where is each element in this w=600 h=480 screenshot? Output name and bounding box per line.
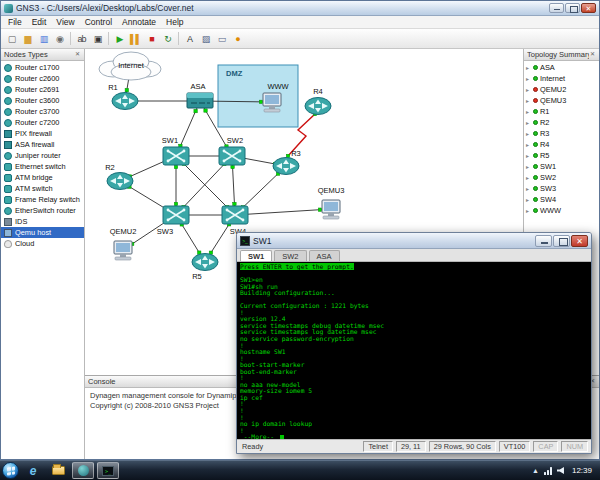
close-button[interactable]	[581, 3, 596, 13]
topology-item-www[interactable]: ▸WWW	[524, 205, 599, 216]
canvas-label-sw1[interactable]: SW1	[162, 136, 178, 145]
expander-icon[interactable]: ▸	[526, 196, 531, 203]
node-type-etherswitch-router[interactable]: EtherSwitch router	[1, 205, 84, 216]
node-type-qemu-host[interactable]: Qemu host	[1, 227, 84, 238]
canvas-label-r1[interactable]: R1	[108, 83, 118, 92]
expander-icon[interactable]: ▸	[526, 64, 531, 71]
network-icon[interactable]	[544, 467, 552, 475]
add-note-icon[interactable]: A	[182, 31, 197, 47]
terminal-titlebar[interactable]: >_ SW1	[237, 233, 591, 249]
taskbar-icon-explorer[interactable]	[47, 462, 69, 479]
node-type-atm-bridge[interactable]: ATM bridge	[1, 172, 84, 183]
terminal-tab-asa[interactable]: ASA	[309, 250, 340, 261]
maximize-button[interactable]	[565, 3, 580, 13]
panel-close-icon[interactable]	[589, 51, 596, 58]
menu-edit[interactable]: Edit	[27, 17, 52, 27]
topology-item-r2[interactable]: ▸R2	[524, 117, 599, 128]
node-type-atm-switch[interactable]: ATM switch	[1, 183, 84, 194]
expander-icon[interactable]: ▸	[526, 185, 531, 192]
expander-icon[interactable]: ▸	[526, 163, 531, 170]
canvas-node-qemu3[interactable]	[322, 200, 340, 219]
canvas-label-sw3[interactable]: SW3	[157, 227, 173, 236]
expander-icon[interactable]: ▸	[526, 119, 531, 126]
minimize-button[interactable]	[549, 3, 564, 13]
expander-icon[interactable]: ▸	[526, 75, 531, 82]
node-type-router-c2600[interactable]: Router c2600	[1, 73, 84, 84]
taskbar-icon-gns3[interactable]	[72, 462, 94, 479]
expander-icon[interactable]: ▸	[526, 130, 531, 137]
topology-item-sw1[interactable]: ▸SW1	[524, 161, 599, 172]
canvas-node-r1[interactable]	[112, 93, 138, 110]
save-project-icon[interactable]: ▥	[36, 31, 51, 47]
taskbar-icon-terminal[interactable]: >_	[97, 462, 119, 479]
show-hostnames-icon[interactable]: ab	[74, 31, 89, 47]
expander-icon[interactable]: ▸	[526, 141, 531, 148]
reload-all-icon[interactable]: ↻	[160, 31, 175, 47]
topology-item-sw3[interactable]: ▸SW3	[524, 183, 599, 194]
canvas-node-asa[interactable]	[187, 93, 213, 108]
open-project-icon[interactable]: ▆	[20, 31, 35, 47]
suspend-all-icon[interactable]: ▌▌	[128, 31, 143, 47]
node-type-cloud[interactable]: Cloud	[1, 238, 84, 249]
draw-rectangle-icon[interactable]: ▭	[214, 31, 229, 47]
canvas-node-sw1[interactable]	[163, 147, 189, 165]
snapshot-icon[interactable]: ◉	[52, 31, 67, 47]
canvas-node-r5[interactable]	[192, 254, 218, 271]
stop-all-icon[interactable]: ■	[144, 31, 159, 47]
new-project-icon[interactable]: ▢	[4, 31, 19, 47]
canvas-label-r4[interactable]: R4	[313, 87, 323, 96]
gns3-titlebar[interactable]: GNS3 - C:/Users/Alexi/Desktop/Labs/Cover…	[1, 1, 599, 16]
topology-item-sw4[interactable]: ▸SW4	[524, 194, 599, 205]
terminal-minimize-button[interactable]	[535, 235, 552, 247]
node-type-asa-firewall[interactable]: ASA firewall	[1, 139, 84, 150]
canvas-label-sw2[interactable]: SW2	[227, 136, 243, 145]
canvas-node-sw3[interactable]	[163, 206, 189, 224]
topology-item-r1[interactable]: ▸R1	[524, 106, 599, 117]
canvas-node-r4[interactable]	[305, 98, 331, 115]
canvas-label-internet[interactable]: Internet	[118, 61, 144, 70]
start-all-icon[interactable]: ▶	[112, 31, 127, 47]
canvas-label-r3[interactable]: R3	[291, 149, 301, 158]
topology-item-asa[interactable]: ▸ASA	[524, 62, 599, 73]
start-button[interactable]	[2, 462, 19, 479]
node-type-frame-relay-switch[interactable]: Frame Relay switch	[1, 194, 84, 205]
canvas-label-qemu2[interactable]: QEMU2	[110, 227, 137, 236]
topology-item-sw2[interactable]: ▸SW2	[524, 172, 599, 183]
menu-annotate[interactable]: Annotate	[117, 17, 161, 27]
canvas-label-r2[interactable]: R2	[105, 163, 115, 172]
canvas-label-www[interactable]: WWW	[267, 82, 289, 91]
canvas-node-qemu2[interactable]	[114, 241, 132, 260]
menu-file[interactable]: File	[3, 17, 27, 27]
expander-icon[interactable]: ▸	[526, 207, 531, 214]
topology-item-qemu2[interactable]: ▸QEMU2	[524, 84, 599, 95]
menu-help[interactable]: Help	[161, 17, 188, 27]
node-type-router-c2691[interactable]: Router c2691	[1, 84, 84, 95]
canvas-node-sw4[interactable]	[222, 206, 248, 224]
node-type-router-c7200[interactable]: Router c7200	[1, 117, 84, 128]
topology-item-r5[interactable]: ▸R5	[524, 150, 599, 161]
node-type-pix-firewall[interactable]: PIX firewall	[1, 128, 84, 139]
menu-view[interactable]: View	[51, 17, 79, 27]
node-type-router-c3600[interactable]: Router c3600	[1, 95, 84, 106]
canvas-node-sw2[interactable]	[219, 147, 245, 165]
tray-expand-icon[interactable]: ▲	[532, 467, 539, 474]
panel-close-icon[interactable]	[74, 51, 81, 58]
taskbar-icon-internet-explorer[interactable]: e	[22, 462, 44, 479]
terminal-maximize-button[interactable]	[553, 235, 570, 247]
taskbar-clock[interactable]: 12:39	[569, 466, 595, 475]
canvas-node-r3[interactable]	[273, 158, 299, 175]
terminal-body[interactable]: Press ENTER to get the prompt. SW1>enSW1…	[237, 262, 591, 439]
node-type-ids[interactable]: IDS	[1, 216, 84, 227]
menu-control[interactable]: Control	[80, 17, 117, 27]
link-qemu3-sw4[interactable]	[235, 209, 331, 215]
topology-item-r4[interactable]: ▸R4	[524, 139, 599, 150]
canvas-label-r5[interactable]: R5	[192, 272, 202, 281]
topology-item-internet[interactable]: ▸Internet	[524, 73, 599, 84]
node-type-ethernet-switch[interactable]: Ethernet switch	[1, 161, 84, 172]
node-type-router-c1700[interactable]: Router c1700	[1, 62, 84, 73]
volume-icon[interactable]	[557, 467, 564, 474]
expander-icon[interactable]: ▸	[526, 108, 531, 115]
terminal-tab-sw2[interactable]: SW2	[274, 250, 306, 261]
canvas-label-asa[interactable]: ASA	[190, 82, 205, 91]
insert-picture-icon[interactable]: ▨	[198, 31, 213, 47]
